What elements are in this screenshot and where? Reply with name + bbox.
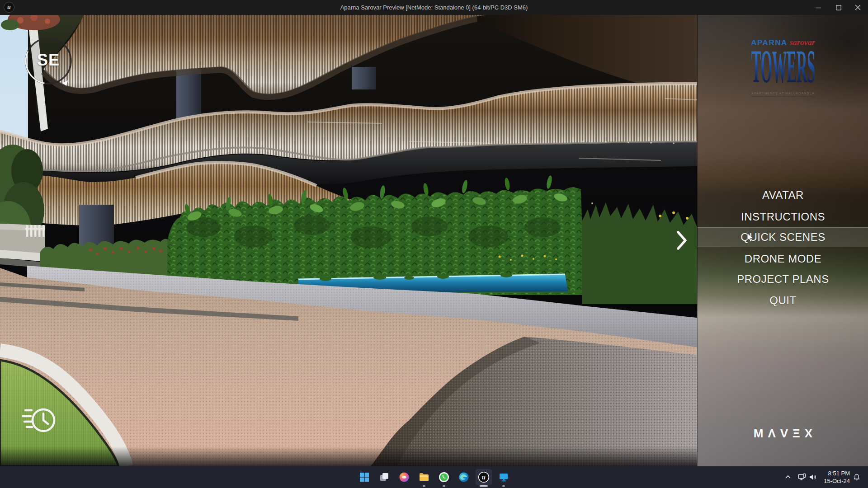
tray-expand-chevron[interactable] — [783, 466, 793, 488]
minimize-button[interactable] — [808, 0, 828, 15]
viewport-3d[interactable]: SE APARNAsarovar — [0, 15, 868, 466]
menu-item-instructions[interactable]: INSTRUCTIONS — [698, 211, 868, 223]
time-of-day-icon[interactable] — [12, 404, 57, 436]
mavex-logo: MΛVΞX — [698, 427, 868, 441]
display-settings-icon[interactable] — [495, 466, 512, 488]
tray-time: 8:51 PM — [819, 469, 850, 477]
tray-date: 15-Oct-24 — [819, 477, 850, 485]
maximize-button[interactable] — [828, 0, 849, 15]
title-bar: u Aparna Sarovar Preview [NetMode: Stand… — [0, 0, 868, 15]
menu-item-drone-mode[interactable]: DRONE MODE — [698, 253, 868, 265]
taskbar: u 8:51 PM 15-Oct-24 — [0, 466, 868, 488]
menu-item-avatar[interactable]: AVATAR — [698, 189, 868, 202]
file-explorer-icon[interactable] — [416, 466, 432, 488]
window-title: Aparna Sarovar Preview [NetMode: Standal… — [0, 0, 868, 15]
svg-text:u: u — [482, 474, 486, 481]
task-view-button[interactable] — [376, 466, 392, 488]
menu-item-project-plans[interactable]: PROJECT PLANS — [698, 273, 868, 286]
edge-icon[interactable] — [456, 466, 472, 488]
unreal-engine-icon[interactable]: u — [476, 466, 492, 488]
scene-bottom-shadow — [0, 446, 705, 466]
column — [352, 67, 376, 89]
menu-item-quick-scenes[interactable]: QUICK SCENES — [698, 231, 868, 244]
screen: u Aparna Sarovar Preview [NetMode: Stand… — [0, 0, 868, 488]
menu-panel: APARNAsarovar TOWERS APARTMENTS AT NALLA… — [697, 15, 868, 466]
taskbar-clock[interactable]: 8:51 PM 15-Oct-24 — [819, 469, 850, 485]
close-button[interactable] — [848, 0, 868, 15]
main-menu: AVATAR INSTRUCTIONS QUICK SCENES DRONE M… — [698, 15, 868, 466]
nav-next-arrow[interactable] — [675, 230, 690, 257]
menu-item-quit[interactable]: QUIT — [698, 294, 868, 307]
copilot-icon[interactable] — [396, 466, 412, 488]
volume-icon[interactable] — [807, 466, 818, 488]
compass-label: SE — [24, 51, 73, 70]
start-button[interactable] — [356, 466, 373, 488]
compass-indicator: SE — [24, 36, 73, 86]
notification-bell-icon[interactable] — [851, 466, 863, 488]
taskbar-icons: u — [356, 466, 512, 488]
mouse-cursor — [747, 233, 753, 242]
whatsapp-icon[interactable] — [436, 466, 452, 488]
network-icon[interactable] — [797, 466, 807, 488]
